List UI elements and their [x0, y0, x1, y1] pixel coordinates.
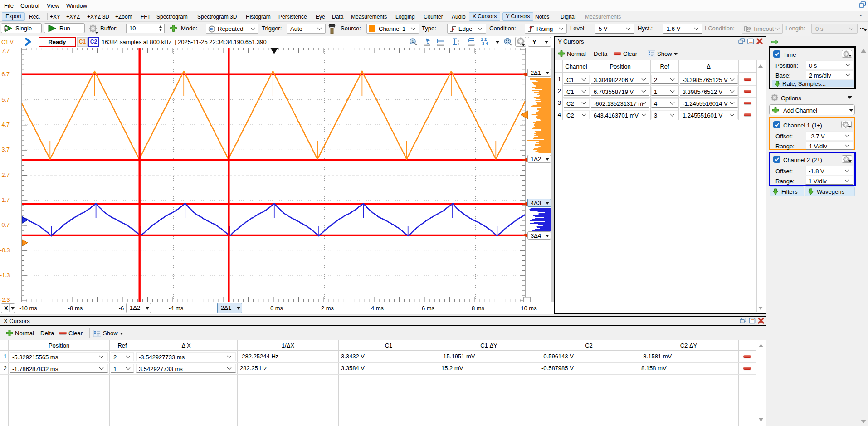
svg-text:1: 1: [5, 27, 7, 31]
svg-text:1: 1: [412, 39, 414, 44]
